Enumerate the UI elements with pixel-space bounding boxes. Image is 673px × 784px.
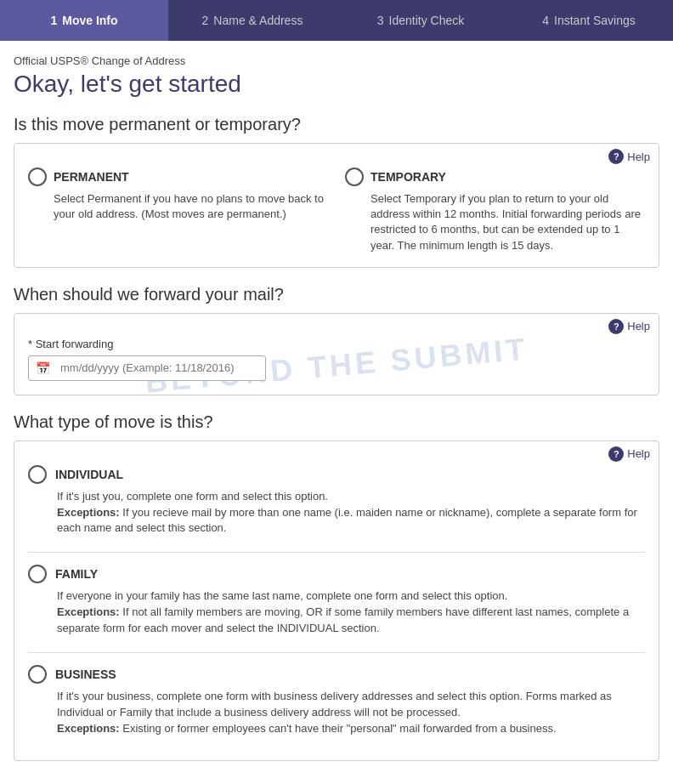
move-permanence-card: ? Help PERMANENT Select Permanent if you… <box>14 143 659 268</box>
permanent-option: PERMANENT Select Permanent if you have n… <box>28 168 328 253</box>
step-2-label: Name & Address <box>213 14 303 27</box>
individual-exceptions: Exceptions: If you recieve mail by more … <box>57 505 645 537</box>
temporary-label-row: TEMPORARY <box>345 168 645 186</box>
business-label-row: BUSINESS <box>28 665 645 684</box>
business-exceptions-text: Existing or former employees can't have … <box>122 722 556 735</box>
individual-radio[interactable] <box>28 465 47 484</box>
date-input-wrapper: 📅 <box>28 355 266 381</box>
move-kind-title: What type of move is this? <box>14 412 659 432</box>
temporary-option: TEMPORARY Select Temporary if you plan t… <box>345 168 645 253</box>
family-desc-block: If everyone in your family has the same … <box>28 588 645 637</box>
step-1-label: Move Info <box>62 14 117 27</box>
progress-step-1[interactable]: 1 Move Info <box>0 0 168 41</box>
family-radio[interactable] <box>28 565 47 583</box>
temporary-radio[interactable] <box>345 168 364 186</box>
business-exceptions: Exceptions: Existing or former employees… <box>57 721 645 737</box>
progress-step-4[interactable]: 4 Instant Savings <box>505 0 673 41</box>
move-kind-options: INDIVIDUAL If it's just you, complete on… <box>14 465 659 761</box>
temporary-desc: Select Temporary if you plan to return t… <box>345 191 645 253</box>
individual-option: INDIVIDUAL If it's just you, complete on… <box>28 465 645 537</box>
family-exceptions-label: Exceptions: <box>57 605 120 618</box>
move-permanence-title: Is this move permanent or temporary? <box>14 115 659 134</box>
business-option: BUSINESS If it's your business, complete… <box>28 665 645 737</box>
forward-date-card: ? Help BEYOND THE SUBMIT * Start forward… <box>14 313 659 395</box>
divider-1 <box>28 552 645 553</box>
family-exceptions: Exceptions: If not all family members ar… <box>57 605 645 637</box>
forward-date-help-btn[interactable]: ? Help <box>608 319 650 334</box>
step-3-label: Identity Check <box>389 14 465 27</box>
help-icon-3: ? <box>608 446 624 462</box>
business-title: BUSINESS <box>55 668 116 681</box>
business-exceptions-label: Exceptions: <box>57 722 120 735</box>
step-4-label: Instant Savings <box>554 14 636 27</box>
move-permanence-help-row: ? Help <box>14 144 659 168</box>
progress-step-2[interactable]: 2 Name & Address <box>168 0 336 41</box>
individual-title: INDIVIDUAL <box>55 468 123 481</box>
help-icon-2: ? <box>608 319 624 334</box>
help-label-2: Help <box>627 320 650 332</box>
progress-bar: 1 Move Info 2 Name & Address 3 Identity … <box>0 0 673 41</box>
individual-desc-block: If it's just you, complete one form and … <box>28 489 645 537</box>
help-label-1: Help <box>627 151 650 163</box>
individual-label-row: INDIVIDUAL <box>28 465 645 484</box>
forward-date-title: When should we forward your mail? <box>14 285 659 304</box>
official-label: Official USPS® Change of Address <box>14 54 659 67</box>
move-type-options-row: PERMANENT Select Permanent if you have n… <box>14 168 659 267</box>
family-exceptions-text: If not all family members are moving, OR… <box>57 605 629 634</box>
permanent-label-row: PERMANENT <box>28 168 328 186</box>
family-title: FAMILY <box>55 567 98 581</box>
individual-exceptions-label: Exceptions: <box>57 506 120 519</box>
business-desc: If it's your business, complete one form… <box>57 689 645 721</box>
step-2-num: 2 <box>202 14 209 27</box>
step-3-num: 3 <box>377 14 384 27</box>
permanent-desc: Select Permanent if you have no plans to… <box>28 191 328 222</box>
individual-exceptions-text: If you recieve mail by more than one nam… <box>57 506 637 535</box>
calendar-icon: 📅 <box>29 356 57 380</box>
help-icon-1: ? <box>608 149 624 164</box>
forward-date-help-row: ? Help <box>14 314 659 338</box>
permanent-title: PERMANENT <box>54 170 129 184</box>
family-option: FAMILY If everyone in your family has th… <box>28 565 645 637</box>
individual-desc: If it's just you, complete one form and … <box>57 489 645 505</box>
move-kind-help-btn[interactable]: ? Help <box>608 446 650 462</box>
page-title: Okay, let's get started <box>14 71 659 98</box>
date-input[interactable] <box>57 356 265 379</box>
divider-2 <box>28 652 645 653</box>
step-4-num: 4 <box>542 14 549 27</box>
step-1-num: 1 <box>50 14 57 27</box>
start-forwarding-label: * Start forwarding <box>28 338 645 350</box>
move-kind-card: ? Help INDIVIDUAL If it's just you, comp… <box>14 440 659 762</box>
business-radio[interactable] <box>28 665 47 684</box>
family-label-row: FAMILY <box>28 565 645 583</box>
move-permanence-help-btn[interactable]: ? Help <box>608 149 650 164</box>
permanent-radio[interactable] <box>28 168 47 186</box>
family-desc: If everyone in your family has the same … <box>57 588 645 605</box>
main-content: Official USPS® Change of Address Okay, l… <box>0 41 673 784</box>
help-label-3: Help <box>627 447 650 460</box>
business-desc-block: If it's your business, complete one form… <box>28 689 645 737</box>
temporary-title: TEMPORARY <box>370 170 446 184</box>
date-section: BEYOND THE SUBMIT * Start forwarding 📅 <box>14 338 659 395</box>
progress-step-3[interactable]: 3 Identity Check <box>336 0 505 41</box>
move-kind-help-row: ? Help <box>14 441 659 465</box>
